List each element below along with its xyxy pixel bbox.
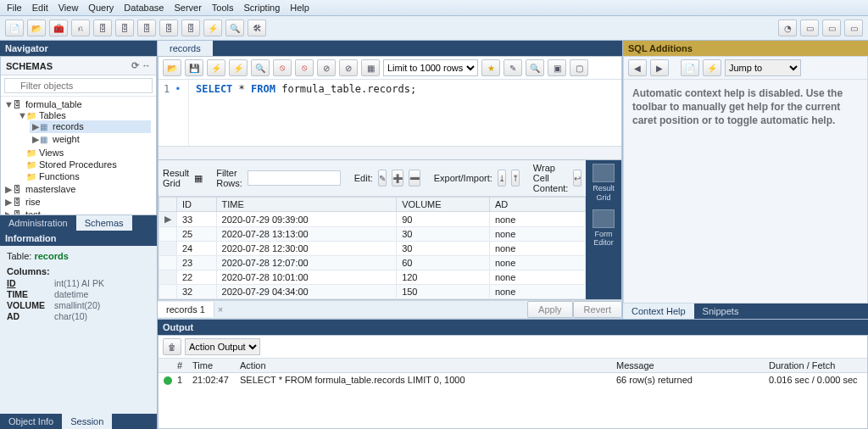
table-row[interactable]: 242020-07-28 12:30:0030none xyxy=(159,242,586,256)
execute-icon[interactable]: ⚡ xyxy=(207,59,225,76)
output-clear-icon[interactable]: 🗑 xyxy=(163,338,181,355)
col-ad-header[interactable]: AD xyxy=(489,198,585,212)
db5-icon[interactable]: 🗄 xyxy=(181,20,200,36)
db2-icon[interactable]: 🗄 xyxy=(115,20,134,36)
table-row[interactable]: 282020-07-28 17:03:12120维生素AD xyxy=(159,299,586,300)
settings-icon[interactable]: 🛠 xyxy=(248,20,266,36)
tables-folder[interactable]: ▼Tables ▶records ▶weight xyxy=(16,109,153,147)
import-icon[interactable]: ⤒ xyxy=(511,170,520,187)
undo-icon[interactable]: ⎌ xyxy=(71,20,90,36)
col-time-header[interactable]: TIME xyxy=(216,198,397,212)
jump-to-select[interactable]: Jump to xyxy=(725,59,801,76)
subtab-records1[interactable]: records 1 xyxy=(158,302,214,317)
inspector-icon[interactable]: 🧰 xyxy=(49,20,68,36)
table-row[interactable]: 222020-07-28 10:01:00120none xyxy=(159,270,586,285)
table-row[interactable]: ▶332020-07-29 09:39:0090none xyxy=(159,212,586,227)
limit-rows-select[interactable]: Limit to 1000 rows xyxy=(383,59,478,76)
menu-help[interactable]: Help xyxy=(290,3,309,13)
beautify-icon[interactable]: ✎ xyxy=(504,59,522,76)
sql-editor[interactable]: 1• SELECT * FROM formula_table.records; xyxy=(159,80,621,146)
main-toolbar: 📄 📂 🧰 ⎌ 🗄 🗄 🗄 🗄 🗄 ⚡ 🔍 🛠 ◔ ▭ ▭ ▭ xyxy=(0,16,868,41)
db4-icon[interactable]: 🗄 xyxy=(159,20,178,36)
tab-records[interactable]: records xyxy=(158,41,213,56)
db-test[interactable]: ▶test xyxy=(3,209,154,215)
table-weight[interactable]: ▶weight xyxy=(30,133,151,146)
navigator-title: Navigator xyxy=(0,41,157,56)
tab-context-help[interactable]: Context Help xyxy=(623,304,694,319)
result-grid-side-btn[interactable]: Result Grid xyxy=(589,164,618,203)
filter-rows-input[interactable] xyxy=(248,170,341,186)
execute-current-icon[interactable]: ⚡ xyxy=(229,59,248,76)
autocommit-icon[interactable]: ▦ xyxy=(361,59,380,76)
views-folder[interactable]: Views xyxy=(16,147,153,159)
output-select[interactable]: Action Output xyxy=(185,338,260,355)
stop-icon[interactable]: ⦸ xyxy=(273,59,292,76)
menu-tools[interactable]: Tools xyxy=(212,3,234,13)
schemas-refresh-icon[interactable]: ⟳ ↔ xyxy=(131,60,151,71)
nav-fwd-icon[interactable]: ▶ xyxy=(650,59,669,76)
table-row[interactable]: 252020-07-28 13:13:0030none xyxy=(159,227,586,242)
tab-object-info[interactable]: Object Info xyxy=(0,414,62,429)
db-node[interactable]: ▼formula_table ▼Tables ▶records ▶weight … xyxy=(3,98,154,183)
editor-scrollbar[interactable] xyxy=(159,146,621,159)
output-row[interactable]: 1 21:02:47 SELECT * FROM formula_table.r… xyxy=(159,373,867,390)
menu-edit[interactable]: Edit xyxy=(32,3,48,13)
save-script-icon[interactable]: 💾 xyxy=(185,59,203,76)
table-row[interactable]: 232020-07-28 12:07:0060none xyxy=(159,256,586,270)
edit2-icon[interactable]: ➕ xyxy=(392,170,403,187)
db-rise[interactable]: ▶rise xyxy=(3,196,154,209)
rollback-icon[interactable]: ⊘ xyxy=(339,59,358,76)
layout4-icon[interactable]: ▭ xyxy=(844,20,863,36)
tab-session[interactable]: Session xyxy=(62,414,112,429)
tab-schemas[interactable]: Schemas xyxy=(76,215,132,231)
result-grid[interactable]: ID TIME VOLUME AD ▶332020-07-29 09:39:00… xyxy=(159,197,586,299)
open-file-icon[interactable]: 📂 xyxy=(27,20,46,36)
help2-icon[interactable]: ⚡ xyxy=(703,59,721,76)
col-id-header[interactable]: ID xyxy=(177,198,217,212)
tab-snippets[interactable]: Snippets xyxy=(694,304,748,319)
edit1-icon[interactable]: ✎ xyxy=(378,170,387,187)
revert-button[interactable]: Revert xyxy=(573,301,622,318)
funcs-folder[interactable]: Functions xyxy=(16,170,153,182)
star-icon[interactable]: ★ xyxy=(481,59,500,76)
toggle1-icon[interactable]: ▣ xyxy=(548,59,566,76)
layout1-icon[interactable]: ◔ xyxy=(778,20,797,36)
tab-administration[interactable]: Administration xyxy=(0,215,76,231)
table-records[interactable]: ▶records xyxy=(30,120,151,133)
result-grid-icon[interactable]: ▦ xyxy=(194,173,203,184)
search-icon[interactable]: 🔍 xyxy=(225,20,244,36)
procs-folder[interactable]: Stored Procedures xyxy=(16,159,153,170)
menu-scripting[interactable]: Scripting xyxy=(244,3,281,13)
wrap-icon[interactable]: ↩ xyxy=(573,170,581,187)
db-masterslave[interactable]: ▶masterslave xyxy=(3,183,154,196)
find-icon[interactable]: 🔍 xyxy=(526,59,544,76)
stop2-icon[interactable]: ⦸ xyxy=(295,59,314,76)
col-volume-header[interactable]: VOLUME xyxy=(397,198,490,212)
execute-icon[interactable]: ⚡ xyxy=(203,20,222,36)
menu-query[interactable]: Query xyxy=(88,3,114,13)
menu-server[interactable]: Server xyxy=(174,3,201,13)
table-row[interactable]: 322020-07-29 04:34:00150none xyxy=(159,285,586,299)
nav-back-icon[interactable]: ◀ xyxy=(628,59,647,76)
help1-icon[interactable]: 📄 xyxy=(681,59,699,76)
export-icon[interactable]: ⤓ xyxy=(498,170,506,187)
explain-icon[interactable]: 🔍 xyxy=(251,59,270,76)
new-sql-icon[interactable]: 📄 xyxy=(5,20,24,36)
layout3-icon[interactable]: ▭ xyxy=(822,20,841,36)
apply-button[interactable]: Apply xyxy=(527,301,573,318)
db3-icon[interactable]: 🗄 xyxy=(137,20,156,36)
commit-icon[interactable]: ⊘ xyxy=(317,59,336,76)
output-title: Output xyxy=(158,320,868,335)
open-script-icon[interactable]: 📂 xyxy=(163,59,181,76)
form-editor-side-btn[interactable]: Form Editor xyxy=(589,209,618,248)
result-sidebar: Result Grid Form Editor xyxy=(586,160,621,299)
edit3-icon[interactable]: ➖ xyxy=(409,170,420,187)
menu-database[interactable]: Database xyxy=(124,3,164,13)
db1-icon[interactable]: 🗄 xyxy=(93,20,112,36)
menu-file[interactable]: File xyxy=(7,3,22,13)
menu-view[interactable]: View xyxy=(58,3,79,13)
layout2-icon[interactable]: ▭ xyxy=(800,20,819,36)
subtab-close-icon[interactable]: × xyxy=(214,304,226,315)
filter-objects-input[interactable] xyxy=(4,78,153,93)
toggle2-icon[interactable]: ▢ xyxy=(570,59,588,76)
